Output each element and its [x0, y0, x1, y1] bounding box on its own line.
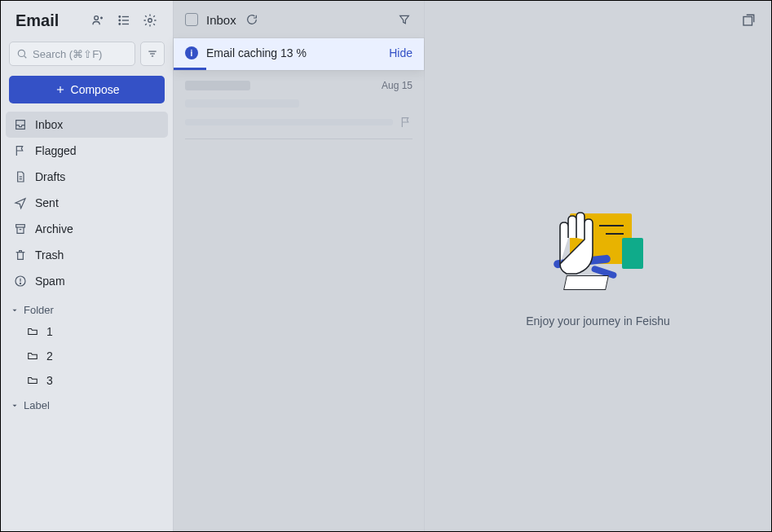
archive-icon — [14, 222, 27, 235]
svg-line-9 — [24, 56, 27, 59]
cache-banner: i Email caching 13 % Hide — [174, 38, 424, 70]
flag-icon — [14, 144, 27, 157]
message-list-header: Inbox — [174, 1, 424, 38]
nav-list: Inbox Flagged Drafts Sent — [1, 108, 173, 297]
message-date: Aug 15 — [382, 80, 412, 91]
message-sender-skeleton — [185, 81, 250, 90]
search-filter-button[interactable] — [140, 42, 165, 66]
message-separator — [185, 138, 412, 139]
cache-hide-link[interactable]: Hide — [389, 46, 412, 59]
compose-label: Compose — [71, 83, 120, 96]
svg-rect-17 — [16, 225, 25, 227]
search-input[interactable]: Search (⌘⇧F) — [9, 42, 135, 66]
nav-drafts[interactable]: Drafts — [6, 164, 168, 190]
nav-archive[interactable]: Archive — [6, 216, 168, 242]
empty-state-text: Enjoy your journey in Feishu — [526, 314, 670, 328]
svg-point-1 — [119, 16, 121, 18]
svg-point-0 — [95, 16, 99, 20]
cache-text: Email caching 13 % — [206, 46, 307, 59]
sidebar-header: Email — [1, 9, 173, 37]
app-title: Email — [15, 11, 83, 30]
plus-icon — [55, 84, 66, 95]
message-flag-icon[interactable] — [399, 116, 412, 129]
message-subject-skeleton — [185, 99, 299, 108]
folder-icon — [27, 375, 38, 386]
cache-progress — [174, 68, 424, 70]
drafts-icon — [14, 170, 27, 183]
svg-rect-22 — [743, 17, 752, 26]
search-placeholder: Search (⌘⇧F) — [33, 48, 102, 60]
inbox-icon — [14, 118, 27, 131]
compose-button[interactable]: Compose — [9, 76, 165, 103]
cache-progress-bar — [174, 68, 206, 70]
nav-spam[interactable]: Spam — [6, 268, 168, 294]
message-list-pane: Inbox i Email caching 13 % Hide — [174, 1, 425, 531]
nav-trash[interactable]: Trash — [6, 242, 168, 268]
spam-icon — [14, 275, 27, 288]
nav-flagged[interactable]: Flagged — [6, 138, 168, 164]
svg-point-5 — [119, 24, 121, 25]
folder-icon — [27, 350, 38, 362]
caret-down-icon — [11, 306, 19, 314]
message-item[interactable]: Aug 15 — [174, 70, 424, 129]
folder-section-header[interactable]: Folder — [1, 297, 173, 319]
svg-point-21 — [20, 283, 20, 284]
sent-icon — [14, 196, 27, 209]
sidebar: Email — [1, 1, 174, 531]
refresh-button[interactable] — [245, 12, 259, 27]
contacts-icon[interactable] — [86, 9, 109, 32]
list-view-icon[interactable] — [112, 9, 135, 32]
svg-point-3 — [119, 20, 121, 21]
info-icon: i — [185, 46, 198, 59]
folder-item[interactable]: 1 — [1, 319, 173, 344]
folder-icon — [27, 326, 38, 337]
caret-down-icon — [11, 402, 19, 410]
filter-button[interactable] — [396, 11, 412, 28]
search-row: Search (⌘⇧F) — [1, 37, 173, 71]
message-preview-skeleton — [185, 119, 393, 125]
list-title: Inbox — [206, 13, 236, 27]
empty-illustration — [545, 205, 651, 295]
svg-point-7 — [148, 19, 152, 23]
svg-point-8 — [18, 50, 24, 56]
nav-sent[interactable]: Sent — [6, 190, 168, 216]
popout-button[interactable] — [739, 11, 758, 30]
folder-item[interactable]: 2 — [1, 344, 173, 368]
trash-icon — [14, 248, 27, 262]
search-icon — [16, 48, 28, 59]
nav-inbox[interactable]: Inbox — [6, 112, 168, 138]
gear-icon[interactable] — [139, 9, 161, 32]
folder-item[interactable]: 3 — [1, 368, 173, 393]
label-section-header[interactable]: Label — [1, 393, 173, 415]
folder-list: 1 2 3 — [1, 319, 173, 393]
reading-pane: Enjoy your journey in Feishu — [425, 1, 771, 531]
select-all-checkbox[interactable] — [185, 13, 198, 26]
